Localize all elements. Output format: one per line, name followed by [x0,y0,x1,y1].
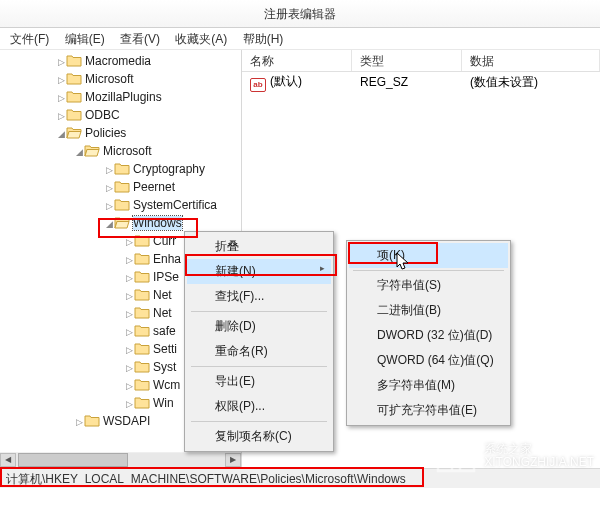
ctx-new[interactable]: 新建(N) [187,259,331,284]
folder-icon [66,71,82,85]
house-icon [434,435,478,476]
folder-icon [134,251,150,265]
ctx-collapse[interactable]: 折叠 [187,234,331,259]
tree-item-policies-microsoft[interactable]: ◢Microsoft [0,142,241,160]
collapse-icon[interactable]: ◢ [56,125,66,143]
expand-icon[interactable]: ▷ [104,197,114,215]
string-value-icon: ab [250,78,266,92]
expand-icon[interactable]: ▷ [124,341,134,359]
folder-icon [84,413,100,427]
ctx-new-key[interactable]: 项(K) [349,243,508,268]
expand-icon[interactable]: ▷ [124,287,134,305]
folder-icon [114,161,130,175]
watermark: 系统之家XITONGZHIJIA.NET [434,435,594,476]
tree-item-cryptography[interactable]: ▷Cryptography [0,160,241,178]
tree-item-windows[interactable]: ◢Windows [0,214,241,232]
scroll-left-button[interactable]: ◀ [0,453,16,467]
ctx-new-expandstring[interactable]: 可扩充字符串值(E) [349,398,508,423]
context-submenu-new: 项(K) 字符串值(S) 二进制值(B) DWORD (32 位)值(D) QW… [346,240,511,426]
expand-icon[interactable]: ▷ [124,377,134,395]
scroll-right-button[interactable]: ▶ [225,453,241,467]
ctx-separator [191,366,327,367]
context-menu: 折叠 新建(N) 查找(F)... 删除(D) 重命名(R) 导出(E) 权限(… [184,231,334,452]
menu-favorites[interactable]: 收藏夹(A) [169,28,233,51]
collapse-icon[interactable]: ◢ [104,215,114,233]
column-headers: 名称 类型 数据 [242,50,600,72]
folder-open-icon [84,143,100,157]
folder-icon [134,395,150,409]
tree-item-systemcertificates[interactable]: ▷SystemCertifica [0,196,241,214]
expand-icon[interactable]: ▷ [124,305,134,323]
tree-item-odbc[interactable]: ▷ODBC [0,106,241,124]
tree-item-microsoft[interactable]: ▷Microsoft [0,70,241,88]
folder-icon [114,179,130,193]
tree-item-mozillaplugins[interactable]: ▷MozillaPlugins [0,88,241,106]
cursor-icon [396,252,412,275]
ctx-new-string[interactable]: 字符串值(S) [349,273,508,298]
col-type[interactable]: 类型 [352,50,462,71]
tree-scrollbar[interactable]: ◀ ▶ [0,452,242,468]
folder-icon [66,107,82,121]
folder-icon [134,341,150,355]
menu-view[interactable]: 查看(V) [114,28,166,51]
value-data-cell: (数值未设置) [462,74,546,91]
col-data[interactable]: 数据 [462,50,600,71]
ctx-copykeyname[interactable]: 复制项名称(C) [187,424,331,449]
status-path: 计算机\HKEY_LOCAL_MACHINE\SOFTWARE\Policies… [6,472,406,486]
menu-edit[interactable]: 编辑(E) [59,28,111,51]
expand-icon[interactable]: ▷ [124,233,134,251]
folder-icon [134,233,150,247]
folder-icon [134,323,150,337]
ctx-separator [191,421,327,422]
folder-icon [134,287,150,301]
watermark-text: 系统之家XITONGZHIJIA.NET [484,443,594,469]
ctx-new-multistring[interactable]: 多字符串值(M) [349,373,508,398]
folder-icon [134,377,150,391]
menu-help[interactable]: 帮助(H) [237,28,290,51]
folder-icon [66,89,82,103]
ctx-export[interactable]: 导出(E) [187,369,331,394]
ctx-find[interactable]: 查找(F)... [187,284,331,309]
folder-icon [66,53,82,67]
titlebar: 注册表编辑器 [0,0,600,28]
value-name-cell: ab(默认) [242,73,352,92]
tree-item-macromedia[interactable]: ▷Macromedia [0,52,241,70]
value-row[interactable]: ab(默认) REG_SZ (数值未设置) [242,72,600,92]
expand-icon[interactable]: ▷ [56,89,66,107]
expand-icon[interactable]: ▷ [124,359,134,377]
scroll-thumb[interactable] [18,453,128,467]
folder-open-icon [66,125,82,139]
folder-open-icon [114,215,130,229]
scroll-track[interactable] [16,453,225,467]
ctx-separator [353,270,504,271]
expand-icon[interactable]: ▷ [104,179,114,197]
expand-icon[interactable]: ▷ [56,71,66,89]
ctx-new-qword[interactable]: QWORD (64 位)值(Q) [349,348,508,373]
menubar: 文件(F) 编辑(E) 查看(V) 收藏夹(A) 帮助(H) [0,28,600,50]
expand-icon[interactable]: ▷ [56,53,66,71]
folder-icon [134,305,150,319]
expand-icon[interactable]: ▷ [124,323,134,341]
collapse-icon[interactable]: ◢ [74,143,84,161]
ctx-separator [191,311,327,312]
tree-item-peernet[interactable]: ▷Peernet [0,178,241,196]
folder-icon [114,197,130,211]
col-name[interactable]: 名称 [242,50,352,71]
ctx-new-binary[interactable]: 二进制值(B) [349,298,508,323]
value-type-cell: REG_SZ [352,75,462,89]
folder-icon [134,359,150,373]
ctx-permissions[interactable]: 权限(P)... [187,394,331,419]
ctx-new-dword[interactable]: DWORD (32 位)值(D) [349,323,508,348]
expand-icon[interactable]: ▷ [104,161,114,179]
expand-icon[interactable]: ▷ [124,269,134,287]
ctx-rename[interactable]: 重命名(R) [187,339,331,364]
expand-icon[interactable]: ▷ [124,395,134,413]
expand-icon[interactable]: ▷ [124,251,134,269]
menu-file[interactable]: 文件(F) [4,28,55,51]
expand-icon[interactable]: ▷ [56,107,66,125]
window-title: 注册表编辑器 [264,7,336,21]
expand-icon[interactable]: ▷ [74,413,84,431]
tree-item-policies[interactable]: ◢Policies [0,124,241,142]
folder-icon [134,269,150,283]
ctx-delete[interactable]: 删除(D) [187,314,331,339]
